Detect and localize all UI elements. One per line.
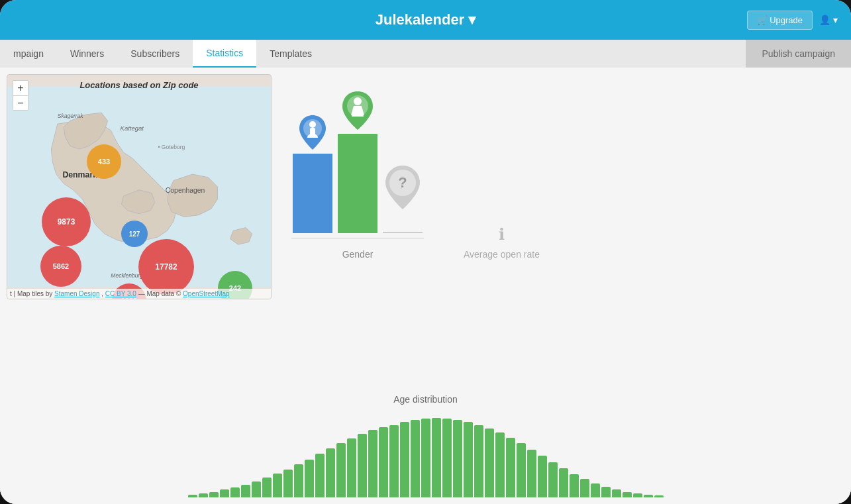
age-bar [591,483,600,497]
age-bar [262,478,272,497]
map-title: Locations based on Zip code [79,80,198,90]
svg-text:Copenhagen: Copenhagen [166,187,205,194]
top-bar: Julekalender ▾ 🛒 Upgrade 👤 ▾ [0,0,851,40]
stamen-link[interactable]: Stamen Design [54,290,99,297]
age-bar [294,464,303,497]
nav-bar: mpaign Winners Subscribers Statistics Te… [0,40,851,68]
cc-link[interactable]: CC BY 3.0 [105,290,136,297]
svg-point-11 [354,97,362,105]
age-bar [633,493,642,497]
age-bar [474,425,483,497]
female-pin [341,90,374,134]
nav-item-campaign[interactable]: mpaign [0,40,57,68]
age-bar [612,489,621,497]
avg-open-rate-title: Average open rate [464,249,540,260]
male-column [293,154,332,233]
age-bar [548,462,558,497]
age-bar [485,428,494,497]
bubble-17782: 17782 [138,239,194,295]
gender-chart: ? Gender [291,87,424,260]
device-screen: Julekalender ▾ 🛒 Upgrade 👤 ▾ mpaign Winn… [0,0,851,504]
app-title-text: Julekalender [375,11,465,28]
top-bar-right: 🛒 Upgrade 👤 ▾ [747,11,838,30]
app-title: Julekalender ▾ [375,11,476,28]
age-distribution-title: Age distribution [13,394,838,405]
unknown-baseline [383,232,423,233]
svg-rect-9 [310,128,315,136]
age-bar [209,492,219,497]
age-bar [432,418,441,497]
gender-title: Gender [342,249,374,260]
age-bar [273,474,282,497]
upgrade-button[interactable]: 🛒 Upgrade [747,11,813,30]
male-bar [293,154,332,233]
age-bar [411,420,420,497]
age-bar [188,495,197,497]
age-bar [389,425,399,497]
age-bar [358,434,367,497]
bubble-9873: 9873 [42,197,91,246]
age-bar [336,443,346,497]
age-bar [559,468,568,497]
map-controls: + − [13,80,28,111]
age-bar [538,456,547,497]
age-bar [230,487,240,497]
zoom-out-button[interactable]: − [13,95,28,110]
stats-row: ? Gender [291,81,838,260]
age-bar [400,422,409,497]
avg-open-rate-section: ℹ Average open rate [464,225,540,260]
age-bar [570,474,579,497]
user-menu[interactable]: 👤 ▾ [819,15,838,25]
map-attribution: t | Map tiles by Stamen Design , CC BY 3… [7,289,271,299]
bubble-5862: 5862 [40,246,81,287]
map-container: Locations based on Zip code + − [7,74,272,299]
svg-text:Skagerrak: Skagerrak [58,113,84,119]
age-bar [252,481,261,497]
age-chart [13,411,838,497]
unknown-column: ? [383,87,423,233]
age-bar [453,420,462,497]
age-bar [305,460,314,497]
bubble-433: 433 [87,144,121,179]
nav-item-winners[interactable]: Winners [57,40,117,68]
age-bar [315,454,325,497]
content-row: Locations based on Zip code + − [0,68,851,387]
app-title-caret[interactable]: ▾ [468,11,476,28]
age-bar [644,495,653,497]
age-bar [464,422,473,497]
svg-text:Kattegat: Kattegat [121,125,144,132]
age-bar [379,427,388,497]
age-bar [601,487,611,497]
age-bar [283,470,293,497]
device-frame: Julekalender ▾ 🛒 Upgrade 👤 ▾ mpaign Winn… [0,0,851,504]
age-distribution-section: Age distribution [0,387,851,504]
age-bar [326,448,335,497]
publish-campaign-button[interactable]: Publish campaign [746,40,851,68]
osm-link[interactable]: OpenStreetMap [183,290,230,297]
zoom-in-button[interactable]: + [13,81,28,95]
nav-item-subscribers[interactable]: Subscribers [117,40,193,68]
age-bar [199,493,208,497]
female-column [338,134,377,233]
age-bar [347,438,356,497]
main-content: Locations based on Zip code + − [0,68,851,504]
nav-item-templates[interactable]: Templates [256,40,325,68]
age-bar [580,479,589,497]
gender-bars-container: ? [293,87,423,233]
age-bar [368,430,377,497]
age-bar [654,495,664,497]
female-bar [338,134,377,233]
nav-item-statistics[interactable]: Statistics [193,40,256,68]
user-caret-icon: ▾ [833,15,838,25]
stats-section: ? Gender [278,68,851,387]
age-bar [517,443,526,497]
svg-text:?: ? [398,174,407,191]
unknown-pin: ? [384,164,421,213]
age-bar [220,489,229,497]
info-icon: ℹ [499,225,505,244]
age-bar [421,419,430,497]
age-bar [241,485,250,497]
age-bar [442,419,452,497]
male-pin [298,114,327,154]
age-bar [495,432,505,497]
